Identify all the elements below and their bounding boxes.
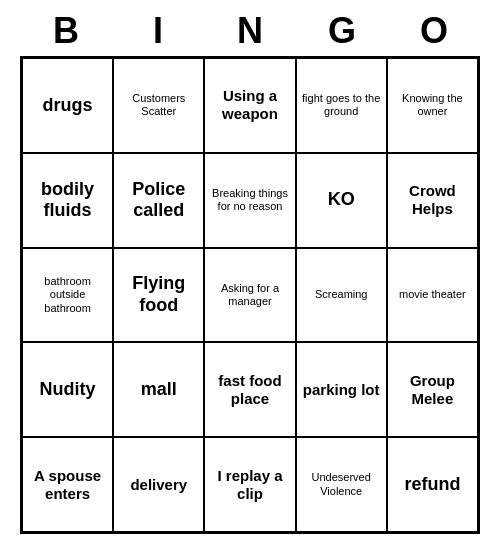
bingo-cell: A spouse enters [22, 437, 113, 532]
bingo-cell: KO [296, 153, 387, 248]
bingo-cell: delivery [113, 437, 204, 532]
bingo-cell: Nudity [22, 342, 113, 437]
bingo-cell: Undeserved Violence [296, 437, 387, 532]
bingo-cell: drugs [22, 58, 113, 153]
bingo-cell: movie theater [387, 248, 478, 343]
bingo-cell: mall [113, 342, 204, 437]
bingo-cell: Customers Scatter [113, 58, 204, 153]
bingo-cell: fast food place [204, 342, 295, 437]
letter-g: G [298, 10, 386, 52]
bingo-cell: Breaking things for no reason [204, 153, 295, 248]
bingo-cell: I replay a clip [204, 437, 295, 532]
bingo-cell: fight goes to the ground [296, 58, 387, 153]
bingo-cell: Police called [113, 153, 204, 248]
bingo-grid: drugsCustomers ScatterUsing a weaponfigh… [20, 56, 480, 534]
bingo-cell: parking lot [296, 342, 387, 437]
bingo-title: B I N G O [20, 10, 480, 52]
letter-b: B [22, 10, 110, 52]
bingo-cell: refund [387, 437, 478, 532]
bingo-cell: Crowd Helps [387, 153, 478, 248]
bingo-cell: Flying food [113, 248, 204, 343]
bingo-cell: bodily fluids [22, 153, 113, 248]
bingo-cell: Group Melee [387, 342, 478, 437]
letter-o: O [390, 10, 478, 52]
letter-i: I [114, 10, 202, 52]
bingo-cell: Asking for a manager [204, 248, 295, 343]
bingo-cell: Screaming [296, 248, 387, 343]
bingo-cell: Knowing the owner [387, 58, 478, 153]
bingo-cell: Using a weapon [204, 58, 295, 153]
letter-n: N [206, 10, 294, 52]
bingo-cell: bathroom outside bathroom [22, 248, 113, 343]
